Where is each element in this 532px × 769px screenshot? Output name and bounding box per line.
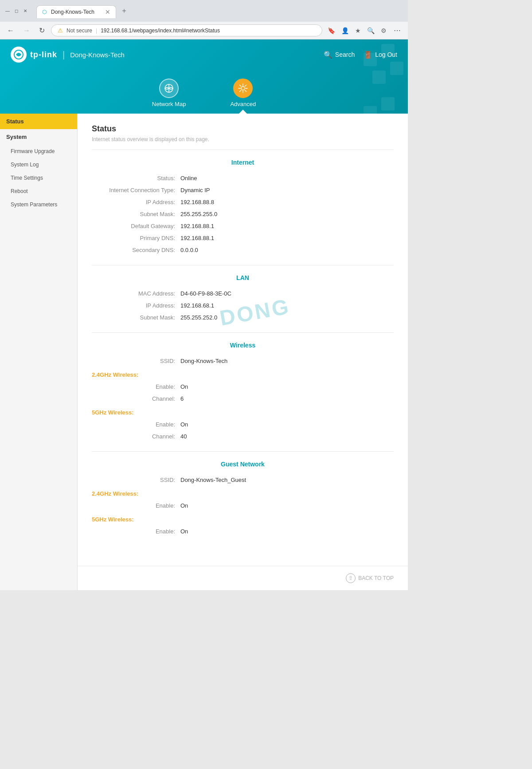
security-warning-icon: ⚠ [58,27,63,34]
sidebar-item-reboot[interactable]: Reboot [0,185,77,198]
search-button[interactable]: 🔍 Search [324,51,355,59]
guest-5ghz-enable-row: Enable: On [92,525,394,537]
address-input-container[interactable]: ⚠ Not secure | 192.168.68.1/webpages/ind… [51,24,322,36]
tab-close-button[interactable]: ✕ [105,8,110,16]
new-tab-button[interactable]: ＋ [116,4,132,18]
sidebar-system-label: System [6,134,27,140]
sidebar-item-time-settings[interactable]: Time Settings [0,171,77,185]
sidebar-item-system[interactable]: System [0,129,77,145]
network-map-label: Network Map [152,101,186,107]
guest-network-section-title: Guest Network [92,461,394,468]
sidebar-item-status[interactable]: Status [0,114,77,129]
sidebar-item-system-log[interactable]: System Log [0,158,77,171]
internet-section-title: Internet [92,159,394,166]
address-separator: | [96,28,97,34]
sidebar-item-firmware-upgrade[interactable]: Firmware Upgrade [0,145,77,158]
lan-mac-row: MAC Address: D4-60-F9-88-3E-0C [92,288,394,300]
wireless-5ghz-enable-label: Enable: [92,421,180,428]
guest-network-fields: SSID: Dong-Knows-Tech_Guest 2.4GHz Wirel… [92,474,394,537]
security-warning-text: Not secure [66,28,92,34]
browser-toolbar-icons: 🔖 👤 ★ 🔍 ⚙ ⋯ [326,24,403,36]
browser-search-icon[interactable]: 🔍 [365,25,376,36]
time-settings-label: Time Settings [11,175,43,181]
guest-ssid-row: SSID: Dong-Knows-Tech_Guest [92,474,394,486]
internet-connection-type-value: Dynamic IP [180,187,394,193]
back-button[interactable]: ← [4,25,17,36]
svg-point-3 [241,87,245,90]
tab-bar: ⬡ Dong-Knows-Tech ✕ ＋ [32,4,403,18]
wireless-5ghz-enable-row: Enable: On [92,418,394,430]
guest-ssid-label: SSID: [92,477,180,483]
logo-brand: tp-link [30,50,57,59]
lan-subnet-row: Subnet Mask: 255.255.252.0 [92,312,394,323]
settings-icon[interactable]: ⚙ [379,25,388,36]
wireless-fields: SSID: Dong-Knows-Tech 2.4GHz Wireless: E… [92,355,394,442]
wireless-section-title: Wireless [92,342,394,349]
wireless-24ghz-enable-label: Enable: [92,383,180,390]
internet-connection-type-row: Internet Connection Type: Dynamic IP [92,184,394,196]
close-button[interactable]: ✕ [22,8,28,14]
logo-icon [11,47,27,63]
maximize-button[interactable]: ◻ [13,8,20,14]
back-to-top-icon: ⇧ [346,573,356,583]
logout-button[interactable]: 🚪 Log Out [364,51,397,59]
guest-ssid-value: Dong-Knows-Tech_Guest [180,477,394,483]
internet-secondary-dns-row: Secondary DNS: 0.0.0.0 [92,244,394,256]
lan-mac-label: MAC Address: [92,290,180,297]
wireless-5ghz-enable-value: On [180,421,394,428]
profile-icon[interactable]: 👤 [340,25,351,36]
wireless-divider [92,451,394,452]
collections-icon[interactable]: ★ [353,25,363,36]
internet-subnet-label: Subnet Mask: [92,211,180,217]
internet-primary-dns-row: Primary DNS: 192.168.88.1 [92,232,394,244]
app-header: tp-link | Dong-Knows-Tech 🔍 Search 🚪 Log… [0,39,408,114]
forward-button[interactable]: → [20,25,33,36]
browser-tab[interactable]: ⬡ Dong-Knows-Tech ✕ [36,5,116,18]
back-to-top-button[interactable]: ⇧ BACK TO TOP [78,566,408,590]
guest-5ghz-enable-label: Enable: [92,528,180,535]
network-map-icon [159,79,179,98]
firmware-upgrade-label: Firmware Upgrade [11,148,55,154]
internet-gateway-row: Default Gateway: 192.168.88.1 [92,220,394,232]
wireless-24ghz-channel-label: Channel: [92,395,180,402]
header-top: tp-link | Dong-Knows-Tech 🔍 Search 🚪 Log… [0,39,408,70]
internet-gateway-label: Default Gateway: [92,223,180,229]
internet-primary-dns-value: 192.168.88.1 [180,235,394,241]
lan-ip-value: 192.168.68.1 [180,302,394,309]
internet-ip-row: IP Address: 192.168.88.8 [92,196,394,208]
window-controls: — ◻ ✕ [4,8,28,14]
tab-network-map[interactable]: Network Map [143,74,195,114]
advanced-icon [233,79,253,98]
guest-24ghz-enable-label: Enable: [92,502,180,509]
internet-ip-value: 192.168.88.8 [180,199,394,205]
site-name: Dong-Knows-Tech [70,51,125,59]
internet-status-value: Online [180,175,394,181]
lan-subnet-value: 255.255.252.0 [180,314,394,321]
minimize-button[interactable]: — [4,8,11,14]
tab-favicon: ⬡ [42,9,48,15]
system-log-label: System Log [11,162,39,168]
reboot-label: Reboot [11,188,28,194]
internet-subnet-value: 255.255.255.0 [180,211,394,217]
main-layout: Status System Firmware Upgrade System Lo… [0,114,408,590]
lan-divider [92,332,394,333]
header-actions: 🔍 Search 🚪 Log Out [324,51,397,59]
favorites-icon[interactable]: 🔖 [326,25,337,36]
reload-button[interactable]: ↻ [36,24,47,36]
internet-secondary-dns-value: 0.0.0.0 [180,247,394,253]
advanced-label: Advanced [230,101,256,107]
menu-button[interactable]: ⋯ [391,24,403,36]
internet-fields: Status: Online Internet Connection Type:… [92,172,394,256]
system-parameters-label: System Parameters [11,201,57,208]
lan-subnet-label: Subnet Mask: [92,314,180,321]
wireless-24ghz-channel-row: Channel: 6 [92,393,394,405]
sidebar-item-system-parameters[interactable]: System Parameters [0,198,77,211]
search-label: Search [335,51,355,58]
guest-24ghz-enable-value: On [180,502,394,509]
lan-ip-label: IP Address: [92,302,180,309]
internet-gateway-value: 192.168.88.1 [180,223,394,229]
internet-subnet-row: Subnet Mask: 255.255.255.0 [92,208,394,220]
tab-advanced[interactable]: Advanced [221,74,265,114]
wireless-5ghz-channel-value: 40 [180,433,394,440]
wireless-5ghz-channel-label: Channel: [92,433,180,440]
